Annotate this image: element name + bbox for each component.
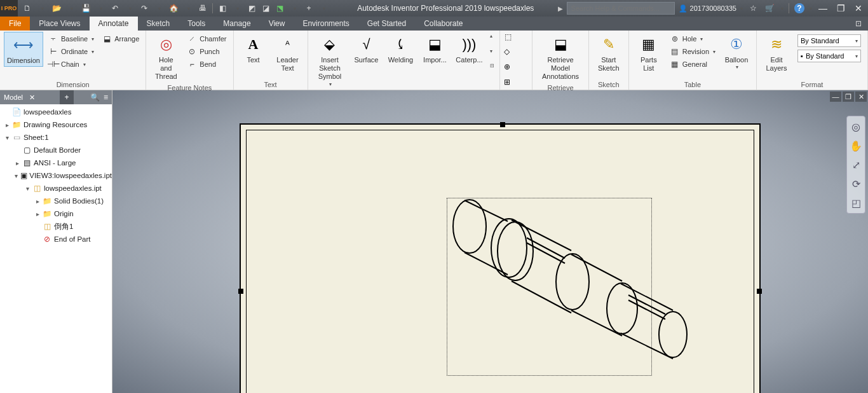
tree-twisty-icon[interactable]: ▾ — [23, 185, 32, 192]
chain-button[interactable]: ⊣⊢Chain▾ — [46, 59, 97, 70]
tree-item[interactable]: ▾◫lowspeedaxles.ipt — [0, 182, 112, 195]
qat-return-icon[interactable]: ⬔ — [274, 3, 285, 14]
user-dd[interactable]: ▾ — [740, 6, 743, 11]
surface-button[interactable]: √Surface — [350, 32, 382, 66]
qat-tool1-icon[interactable]: ◧ — [217, 3, 228, 14]
close-button[interactable]: ✕ — [851, 2, 865, 15]
import-button[interactable]: ⬓Impor... — [419, 32, 451, 66]
cart-dd[interactable]: ▾ — [781, 6, 783, 11]
retrieve-annotations-button[interactable]: ⬓ Retrieve Model Annotations — [536, 32, 585, 83]
tab-get-started[interactable]: Get Started — [358, 17, 415, 31]
object-defaults-combo[interactable]: By Standard▾ — [797, 34, 861, 47]
nav-orbit-icon[interactable]: ⟳ — [848, 176, 864, 191]
qat-new-icon[interactable]: 🗋 — [22, 3, 33, 14]
search-input[interactable] — [567, 2, 675, 15]
table-revision-button[interactable]: ▤Revision▾ — [667, 46, 718, 57]
symbols-scroll-down[interactable]: ▾ — [490, 48, 494, 54]
nav-lookat-icon[interactable]: ◰ — [848, 195, 864, 210]
qat-new-dd[interactable]: ▾ — [37, 3, 48, 14]
welding-button[interactable]: ⤹Welding — [384, 32, 416, 66]
canvas-restore-icon[interactable]: ❐ — [843, 92, 854, 102]
qat-plus-dd[interactable]: ▾ — [318, 3, 330, 14]
ordinate-button[interactable]: ⊢Ordinate▾ — [46, 46, 97, 57]
qat-home-icon[interactable]: 🏠 — [168, 3, 179, 14]
qat-home-dd[interactable]: ▾ — [183, 3, 194, 14]
sheet-handle-top[interactable] — [500, 122, 505, 127]
tree-twisty-icon[interactable]: ▾ — [13, 172, 20, 179]
qat-tool1-dd[interactable]: ▾ — [232, 3, 243, 14]
tree-item[interactable]: ▸📁Solid Bodies(1) — [0, 195, 112, 207]
restore-button[interactable]: ❐ — [834, 2, 848, 15]
tree-twisty-icon[interactable]: ▸ — [3, 121, 11, 128]
favorite-icon[interactable]: ☆ — [747, 2, 759, 15]
browser-search-icon[interactable]: 🔍 — [90, 93, 100, 102]
tab-collaborate[interactable]: Collaborate — [415, 17, 471, 31]
table-general-button[interactable]: ▦General — [667, 59, 718, 70]
minimize-button[interactable]: — — [816, 2, 830, 15]
table-hole-button[interactable]: ⊚Hole▾ — [667, 33, 718, 45]
browser-close-icon[interactable]: ✕ — [29, 93, 35, 102]
help-dd[interactable]: ▾ — [810, 6, 812, 11]
qat-open-icon[interactable]: 📂 — [51, 3, 62, 14]
cart-icon[interactable]: 🛒 — [763, 2, 776, 15]
qat-plus-icon[interactable]: + — [303, 3, 315, 14]
sk-icon-2[interactable]: ◇ — [504, 47, 518, 61]
tree-item[interactable]: ▢Default Border — [0, 144, 112, 156]
qat-open-dd[interactable]: ▾ — [66, 3, 78, 14]
qat-return-dd[interactable]: ▾ — [289, 3, 301, 14]
play-icon[interactable]: ▶ — [558, 5, 563, 12]
hole-thread-button[interactable]: ◎ Hole and Thread — [150, 32, 182, 83]
dimension-button[interactable]: ⟷ Dimension — [4, 32, 43, 67]
leader-text-button[interactable]: ᴬ Leader Text — [272, 32, 304, 74]
user-badge[interactable]: 👤 201730080335 ▾ — [679, 4, 743, 13]
tab-tools[interactable]: Tools — [179, 17, 214, 31]
help-icon[interactable]: ? — [794, 3, 804, 13]
sk-icon-3[interactable]: ⊕ — [504, 62, 518, 76]
nav-zoom-icon[interactable]: ⤢ — [848, 157, 864, 172]
tree-item[interactable]: ▾▣VIEW3:lowspeedaxles.ipt — [0, 169, 112, 182]
qat-save-icon[interactable]: 💾 — [80, 3, 92, 14]
sk-icon-1[interactable]: ⬚ — [504, 32, 518, 46]
nav-pan-icon[interactable]: ✋ — [848, 138, 864, 153]
sheet-handle-left[interactable] — [238, 289, 243, 294]
sheet-handle-right[interactable] — [757, 289, 762, 294]
tree-item[interactable]: ⊘End of Part — [0, 233, 112, 245]
tree-item[interactable]: ◫倒角1 — [0, 220, 112, 233]
tree-item[interactable]: ▾▭Sheet:1 — [0, 131, 112, 144]
tab-place-views[interactable]: Place Views — [30, 17, 89, 31]
tab-environments[interactable]: Environments — [294, 17, 358, 31]
qat-undo-icon[interactable]: ↶ — [109, 3, 121, 14]
browser-menu-icon[interactable]: ≡ — [104, 93, 108, 102]
baseline-button[interactable]: ⫟Baseline▾ — [46, 33, 97, 45]
punch-button[interactable]: ⊙Punch — [184, 46, 229, 57]
qat-print-icon[interactable]: 🖶 — [197, 3, 208, 14]
qat-redo-dd[interactable]: ▾ — [154, 3, 165, 14]
insert-sketch-symbol-button[interactable]: ⬙ Insert Sketch Symbol ▾ — [312, 32, 348, 88]
tab-extra-icon[interactable]: ⊡ — [849, 17, 868, 31]
parts-list-button[interactable]: ▦ Parts List — [633, 32, 665, 74]
file-tab[interactable]: File — [0, 17, 30, 31]
qat-save-dd[interactable]: ▾ — [95, 3, 107, 14]
qat-tool2-icon[interactable]: ◩ — [246, 3, 257, 14]
chamfer-button[interactable]: ⟋Chamfer — [184, 33, 229, 45]
drawing-canvas[interactable]: — ❐ ✕ — [112, 90, 868, 393]
edit-layers-button[interactable]: ≋ Edit Layers — [761, 32, 792, 74]
tab-view[interactable]: View — [260, 17, 294, 31]
tree-item[interactable]: 📄lowspeedaxles — [0, 106, 112, 118]
symbols-scroll-up[interactable]: ▴ — [490, 33, 494, 39]
tree-item[interactable]: ▸📁Origin — [0, 207, 112, 220]
tab-annotate[interactable]: Annotate — [90, 17, 138, 31]
text-button[interactable]: A Text — [238, 32, 269, 66]
tree-twisty-icon[interactable]: ▸ — [33, 210, 42, 217]
bend-button[interactable]: ⌐Bend — [184, 59, 229, 70]
tree-item[interactable]: ▸▤ANSI - Large — [0, 156, 112, 169]
arrange-button[interactable]: ⬓Arrange — [99, 33, 142, 45]
tab-sketch[interactable]: Sketch — [138, 17, 179, 31]
caterpillar-button[interactable]: )))Caterp... — [453, 32, 485, 66]
browser-add-tab[interactable]: + — [60, 90, 74, 104]
tab-manage[interactable]: Manage — [214, 17, 259, 31]
canvas-minimize-icon[interactable]: — — [830, 92, 841, 102]
tree-twisty-icon[interactable]: ▾ — [3, 134, 11, 141]
sk-icon-4[interactable]: ⊞ — [504, 78, 518, 92]
tree-twisty-icon[interactable]: ▸ — [13, 160, 22, 167]
